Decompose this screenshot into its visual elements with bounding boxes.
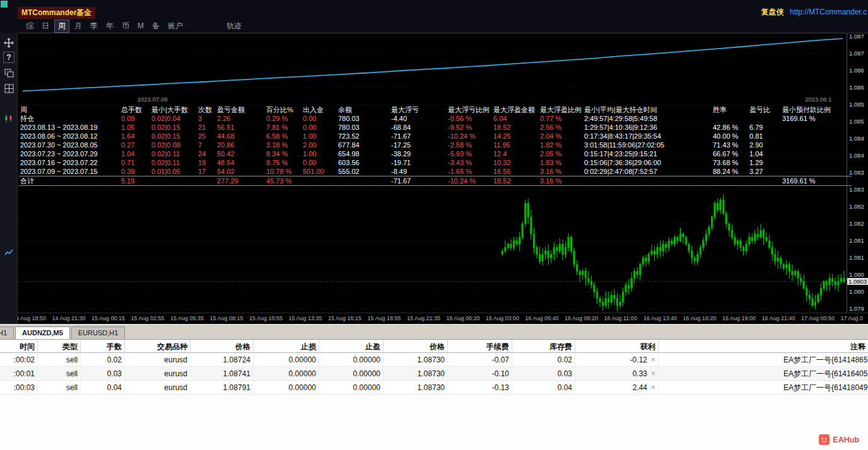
order-col-header-comment[interactable]: 注释 [665,340,868,353]
stats-cell: -38.29 [390,149,447,158]
menu-item-月[interactable]: 月 [71,20,85,32]
order-col-header-sl[interactable]: 止损 [254,340,319,353]
stats-cell: 0.00 [302,158,337,167]
chart-window[interactable]: 2023.07.09 2023.08.1 周总手数最小|大手数次数盈亏金额百分比… [18,33,868,324]
menu-item-轨迹[interactable]: 轨迹 [223,20,245,32]
tab-EURUSD-H1[interactable]: EURUSD,H1 [71,326,126,339]
tile-icon [4,84,14,93]
windows-cascade-icon[interactable] [3,67,15,79]
stats-cell [712,114,748,123]
stats-cell: 10.32 [492,158,539,167]
brand-url-link[interactable]: http://MTCommander.c [790,8,867,16]
order-col-header-symbol[interactable]: 交易品种 [125,340,191,353]
menu-item-年[interactable]: 年 [103,20,117,32]
time-axis-label: 15 Aug 05:35 [170,315,204,321]
time-axis-label: 14 Aug 21:30 [52,315,86,321]
stats-cell: -4.40 [390,114,447,123]
stats-cell: 1.29 [748,158,781,167]
menu-item-周[interactable]: 周 [54,20,69,33]
stats-cell: 合计 [19,176,120,186]
stats-cell [781,141,852,149]
order-cell-commission: -0.10 [448,367,512,381]
stats-cell: 2:49:57|4:29:58|5:49:58 [583,114,712,123]
stats-cell: -1.65 % [447,167,492,176]
menu-bar: 综日周月季年币M备账户轨迹 [0,19,868,33]
stats-row: 2023.07.23 ~ 2023.07.291.040.02|0.112450… [19,149,852,158]
stats-cell: 50.42 [216,149,265,158]
help-icon[interactable]: ? [3,52,15,63]
stats-header-cell: 周 [19,105,120,114]
stats-cell: -8.49 [390,167,447,176]
order-col-header-open[interactable]: 价格 [191,340,254,353]
menu-item-综[interactable]: 综 [23,20,37,32]
windows-tile-icon[interactable] [3,82,15,95]
order-col-header-type[interactable]: 类型 [38,340,81,353]
order-col-header-swap[interactable]: 库存费 [512,340,575,353]
menu-item-备[interactable]: 备 [149,20,163,32]
stats-row: 2023.07.16 ~ 2023.07.220.710.02|0.111948… [19,158,852,167]
tab-AUDNZD-M5[interactable]: AUDNZD,M5 [15,326,70,339]
menu-item-账户[interactable]: 账户 [165,20,186,32]
stats-cell: 2.56 % [539,123,583,132]
order-cell-open: 1.08724 [191,353,254,367]
order-row[interactable]: :00:02sell0.02eurusd1.087240.000000.0000… [0,353,868,367]
stats-cell: 2023.08.13 ~ 2023.08.19 [19,123,120,132]
tab-H1[interactable]: H1 [0,326,14,339]
stats-cell: 18.52 [492,123,539,132]
stats-header-cell: 次数 [197,105,216,114]
stats-cell: 1.00 [302,132,337,141]
order-col-header-profit[interactable]: 获利 [575,340,659,353]
order-row[interactable]: :00:03sell0.04eurusd1.087910.000000.0000… [0,381,868,395]
stats-cell: 5.19 [120,176,150,186]
stats-cell: 0.71 [120,158,150,167]
stats-cell: 0:02:29|2:47:08|7:52:57 [583,167,712,176]
time-axis-label: 17 Aug 0 [841,315,864,321]
app-icon[interactable] [1,1,8,8]
stats-header-cell: 最小预付款比例 [781,105,852,114]
order-row[interactable]: :00:01sell0.03eurusd1.087410.000000.0000… [0,367,868,381]
order-col-header-price[interactable]: 价格 [384,340,448,353]
stats-cell: 501.00 [302,167,337,176]
stats-cell [712,176,748,186]
close-order-icon[interactable]: × [651,355,655,364]
move-tool-icon[interactable] [3,37,15,49]
order-col-header-commission[interactable]: 手续费 [448,340,512,353]
order-col-header-tp[interactable]: 止盈 [319,340,384,353]
stats-cell: 8.34 % [265,149,302,158]
stats-cell: 6.04 [492,114,539,123]
order-col-header-lots[interactable]: 手数 [81,340,125,353]
menu-item-币[interactable]: 币 [119,20,132,32]
stats-cell: 48.54 [216,158,265,167]
line-chart-icon[interactable] [3,246,15,258]
stats-cell: 1.82 % [539,141,583,149]
stats-cell: -71.67 [390,132,447,141]
stats-cell: 0.81 [748,132,781,141]
price-scale-label: 1.079 [849,305,864,312]
candlestick-chart-icon[interactable] [3,112,15,125]
order-col-header-time[interactable]: 时间 [0,340,38,353]
price-scale-label: 1.086 [849,84,864,91]
menu-item-M[interactable]: M [134,21,147,31]
time-axis-label: 16 Aug 03:00 [486,315,519,321]
stats-cell: 0.02|0.11 [150,149,197,158]
close-order-icon[interactable]: × [651,383,655,392]
stats-cell: 3:01:58|11:59:06|27:02:05 [583,141,712,149]
order-cell-time: :00:03 [0,381,38,395]
stats-cell: 3.18 % [265,141,302,149]
order-cell-profit: -0.12× [575,353,659,367]
order-cell-profit: 2.44× [575,381,659,395]
stats-cell: 21 [197,123,216,132]
price-scale-label: 1.087 [849,33,864,40]
menu-items: 综日周月季年币M备账户轨迹 [23,20,247,33]
stats-row: 2023.07.09 ~ 2023.07.150.390.01|0.051754… [19,167,852,176]
menu-item-季[interactable]: 季 [87,20,101,32]
stats-cell: 12.4 [492,149,539,158]
stats-cell [781,132,852,141]
order-cell-time: :00:02 [0,353,38,367]
stats-cell: 6.58 % [265,132,302,141]
stats-cell: 54.02 [216,167,265,176]
close-order-icon[interactable]: × [651,369,655,378]
menu-item-日[interactable]: 日 [38,20,52,32]
order-cell-sl: 0.00000 [254,367,319,381]
stats-cell: 0.01|0.05 [150,167,197,176]
